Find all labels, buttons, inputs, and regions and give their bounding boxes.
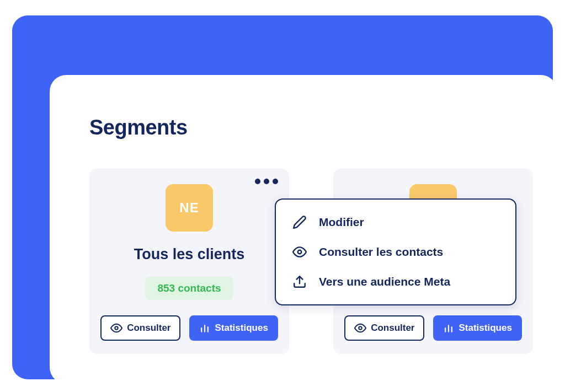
consult-button[interactable]: Consulter [100, 315, 180, 341]
menu-label: Vers une audience Meta [319, 275, 450, 288]
eye-icon [110, 322, 122, 334]
stats-button[interactable]: Statistiques [433, 315, 521, 341]
svg-point-8 [298, 250, 302, 254]
page-title: Segments [89, 116, 188, 139]
eye-icon [354, 322, 366, 334]
consult-label: Consulter [127, 323, 170, 334]
consult-button[interactable]: Consulter [344, 315, 424, 341]
bar-chart-icon [199, 323, 210, 334]
svg-point-4 [359, 326, 362, 330]
stats-label: Statistiques [215, 323, 268, 334]
eye-icon [292, 245, 307, 259]
pencil-icon [292, 215, 307, 229]
menu-item-export-meta[interactable]: Vers une audience Meta [276, 267, 515, 297]
stats-label: Statistiques [459, 323, 511, 334]
stats-button[interactable]: Statistiques [189, 315, 278, 341]
card-menu-button[interactable] [255, 179, 278, 184]
svg-point-0 [115, 326, 118, 330]
segment-avatar: NE [166, 184, 213, 232]
segment-card: NE Tous les clients 853 contacts Consult… [89, 169, 289, 354]
card-dropdown-menu: Modifier Consulter les contacts Vers une… [275, 198, 516, 305]
menu-item-edit[interactable]: Modifier [276, 207, 515, 237]
menu-item-view-contacts[interactable]: Consulter les contacts [276, 237, 515, 267]
menu-label: Modifier [319, 216, 364, 229]
consult-label: Consulter [371, 323, 414, 334]
upload-icon [292, 275, 307, 289]
contacts-count-badge: 853 contacts [145, 277, 233, 300]
segment-title: Tous les clients [89, 246, 289, 263]
bar-chart-icon [443, 323, 454, 334]
segment-initials: NE [179, 200, 199, 216]
card-actions: Consulter Statistiques [89, 315, 289, 341]
menu-label: Consulter les contacts [319, 245, 443, 259]
card-actions: Consulter Statistiques [333, 315, 533, 341]
